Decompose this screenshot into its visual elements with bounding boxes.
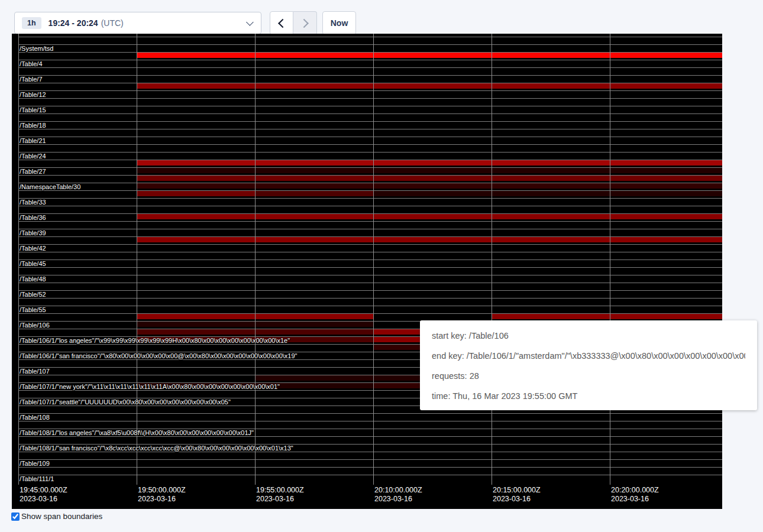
heatmap-row[interactable] bbox=[18, 298, 722, 306]
heatmap-row[interactable] bbox=[18, 160, 722, 167]
heatmap-cell[interactable] bbox=[255, 322, 373, 327]
heatmap-cell[interactable] bbox=[255, 329, 373, 335]
heatmap-row[interactable] bbox=[18, 175, 722, 183]
heatmap-row[interactable] bbox=[18, 144, 722, 152]
heatmap-cell[interactable] bbox=[137, 168, 255, 173]
heatmap-cell[interactable] bbox=[255, 168, 373, 173]
heatmap-cell[interactable] bbox=[610, 168, 722, 173]
heatmap-cell[interactable] bbox=[373, 53, 492, 58]
heatmap-cell[interactable] bbox=[137, 322, 255, 327]
heatmap-cell[interactable] bbox=[137, 237, 255, 242]
heatmap-cell[interactable] bbox=[610, 214, 722, 219]
heatmap-row[interactable]: /NamespaceTable/30 bbox=[18, 183, 722, 190]
heatmap-cell[interactable] bbox=[137, 314, 255, 319]
heatmap-cell[interactable] bbox=[610, 83, 722, 89]
key-visualizer-canvas[interactable]: /System/tsd/Table/4/Table/7/Table/12/Tab… bbox=[12, 34, 722, 509]
heatmap-cell[interactable] bbox=[373, 160, 492, 166]
heatmap-row[interactable]: /Table/4 bbox=[18, 60, 722, 67]
heatmap-row[interactable]: /Table/7 bbox=[18, 75, 722, 83]
heatmap-row[interactable]: /Table/21 bbox=[18, 137, 722, 144]
heatmap-cell[interactable] bbox=[373, 168, 492, 173]
heatmap-row[interactable] bbox=[18, 129, 722, 137]
heatmap-row[interactable]: /Table/108/1/"san francisco"/"\x8c\xcc\x… bbox=[18, 444, 722, 452]
heatmap-row[interactable] bbox=[18, 283, 722, 290]
heatmap-row[interactable] bbox=[18, 421, 722, 429]
heatmap-row[interactable]: /Table/12 bbox=[18, 90, 722, 98]
heatmap-row[interactable] bbox=[18, 83, 722, 90]
heatmap-row[interactable]: /Table/108/1/"los angeles"/"\xa8\xf5\u00… bbox=[18, 429, 722, 436]
heatmap-row[interactable]: /Table/48 bbox=[18, 275, 722, 283]
heatmap-row[interactable]: /Table/55 bbox=[18, 306, 722, 313]
heatmap-cell[interactable] bbox=[492, 191, 610, 196]
heatmap-cell[interactable] bbox=[610, 191, 722, 196]
heatmap-row[interactable]: /Table/108 bbox=[18, 413, 722, 421]
heatmap-row[interactable] bbox=[18, 98, 722, 106]
now-button[interactable]: Now bbox=[322, 11, 356, 35]
heatmap-cell[interactable] bbox=[255, 314, 373, 319]
heatmap-cell[interactable] bbox=[137, 53, 255, 58]
heatmap-cell[interactable] bbox=[137, 329, 255, 335]
heatmap-cell[interactable] bbox=[492, 183, 610, 189]
heatmap-cell[interactable] bbox=[610, 176, 722, 181]
heatmap-cell[interactable] bbox=[255, 53, 373, 58]
heatmap-cell[interactable] bbox=[610, 160, 722, 166]
heatmap-row[interactable] bbox=[18, 467, 722, 475]
heatmap-cell[interactable] bbox=[373, 176, 492, 181]
show-span-boundaries-checkbox[interactable] bbox=[11, 512, 20, 521]
heatmap-cell[interactable] bbox=[492, 160, 610, 166]
heatmap-cell[interactable] bbox=[255, 191, 373, 196]
heatmap-row[interactable] bbox=[18, 221, 722, 229]
heatmap-cell[interactable] bbox=[373, 191, 492, 196]
heatmap-cell[interactable] bbox=[137, 214, 255, 219]
heatmap-cell[interactable] bbox=[255, 183, 373, 189]
heatmap-row[interactable] bbox=[18, 267, 722, 275]
heatmap-cell[interactable] bbox=[610, 237, 722, 242]
heatmap-cell[interactable] bbox=[137, 83, 255, 89]
heatmap-row[interactable]: /Table/52 bbox=[18, 290, 722, 298]
heatmap-row[interactable]: /Table/36 bbox=[18, 213, 722, 221]
heatmap-cell[interactable] bbox=[137, 183, 255, 189]
heatmap-cell[interactable] bbox=[373, 83, 492, 89]
heatmap-row[interactable] bbox=[18, 67, 722, 75]
heatmap-row[interactable] bbox=[18, 37, 722, 44]
previous-range-button[interactable] bbox=[270, 11, 293, 35]
heatmap-cell[interactable] bbox=[137, 191, 255, 196]
heatmap-cell[interactable] bbox=[610, 53, 722, 58]
heatmap-row[interactable] bbox=[18, 252, 722, 259]
heatmap-cell[interactable] bbox=[373, 183, 492, 189]
heatmap-row[interactable]: /System/tsd bbox=[18, 44, 722, 52]
heatmap-row[interactable]: /Table/42 bbox=[18, 244, 722, 252]
heatmap-cell[interactable] bbox=[610, 183, 722, 189]
heatmap-cell[interactable] bbox=[492, 314, 610, 319]
heatmap-row[interactable] bbox=[18, 206, 722, 213]
heatmap-row[interactable] bbox=[18, 452, 722, 459]
heatmap-cell[interactable] bbox=[137, 176, 255, 181]
heatmap-row[interactable]: /Table/109 bbox=[18, 459, 722, 467]
heatmap-cell[interactable] bbox=[255, 176, 373, 181]
heatmap-cell[interactable] bbox=[492, 53, 610, 58]
heatmap-cell[interactable] bbox=[255, 214, 373, 219]
heatmap-cell[interactable] bbox=[492, 176, 610, 181]
heatmap-row[interactable] bbox=[18, 113, 722, 121]
heatmap-row[interactable]: /Table/39 bbox=[18, 229, 722, 236]
heatmap-cell[interactable] bbox=[255, 375, 373, 381]
heatmap-cell[interactable] bbox=[137, 160, 255, 166]
heatmap-cell[interactable] bbox=[610, 314, 722, 319]
heatmap-row[interactable]: /Table/33 bbox=[18, 198, 722, 206]
heatmap-row[interactable]: /Table/18 bbox=[18, 121, 722, 129]
heatmap-row[interactable] bbox=[18, 190, 722, 198]
heatmap-cell[interactable] bbox=[492, 168, 610, 173]
heatmap-row[interactable]: /Table/45 bbox=[18, 259, 722, 267]
heatmap-row[interactable]: /Table/111/1 bbox=[18, 475, 722, 482]
heatmap-row[interactable]: /Table/15 bbox=[18, 106, 722, 113]
heatmap-cell[interactable] bbox=[492, 237, 610, 242]
heatmap-row[interactable] bbox=[18, 52, 722, 60]
heatmap-cell[interactable] bbox=[492, 214, 610, 219]
time-range-select[interactable]: 1h 19:24 - 20:24 (UTC) bbox=[14, 12, 261, 34]
next-range-button[interactable] bbox=[293, 11, 317, 35]
heatmap-cell[interactable] bbox=[373, 237, 492, 242]
heatmap-cell[interactable] bbox=[255, 160, 373, 166]
heatmap-cell[interactable] bbox=[255, 237, 373, 242]
heatmap-row[interactable]: /Table/27 bbox=[18, 167, 722, 175]
heatmap-cell[interactable] bbox=[492, 83, 610, 89]
